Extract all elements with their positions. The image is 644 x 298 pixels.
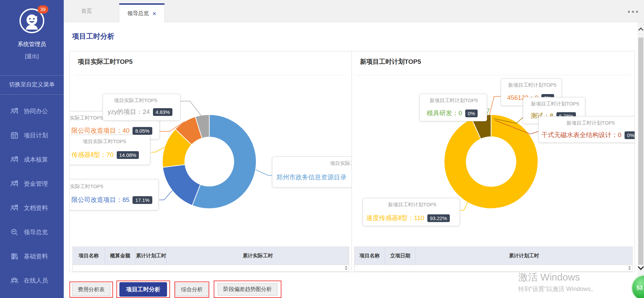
summary-table: 项目名称立项日期累计计划工时	[354, 247, 633, 272]
table-header-cell: 累计计划工时	[136, 247, 167, 265]
project-hours-analysis-button[interactable]: 项目工时分析	[119, 282, 167, 297]
table-empty-row	[355, 265, 632, 271]
more-menu-icon[interactable]	[628, 11, 638, 13]
sidebar-item-label: 领导总览	[24, 228, 48, 236]
table-header-cell: 累计计划工时	[416, 247, 632, 265]
tooltip-connector-line	[159, 190, 172, 200]
sidebar-item-label: 协同办公	[24, 107, 48, 115]
sidebar-item-base-data[interactable]: 基础资料	[0, 244, 64, 268]
tooltip-item-value: 模具研发：0	[427, 109, 462, 118]
sidebar-divider	[0, 94, 64, 95]
chart-tooltip: 项目实际工时TOP5 郑州市政务信息资源目录	[272, 157, 352, 187]
annotation-rect: 费用分析表	[69, 282, 113, 298]
panel-actual-hours-top5: 项目实际工时TOP5 项目实际工时TOP5 限公司改造项目：40 8.05% 项…	[70, 51, 352, 272]
chart-tooltip: 项目实际工时TOP5 限公司改造项目：85 17.1%	[70, 179, 159, 210]
tooltip-connector-line	[151, 147, 165, 152]
annotation-rect: 阶段偏差趋势图分析	[214, 281, 281, 298]
comprehensive-analysis-button[interactable]: 综合分析	[175, 284, 208, 296]
tooltip-series-title: 项目实际工时TOP5	[70, 115, 103, 121]
chart-tooltip: 项目实际工时TOP5 传感器Ⅱ型：70 14.08%	[70, 135, 150, 165]
sidebar: 39 系统管理员 [退出] 切换至自定义菜单 协同办公项目计划成本核算资金管理文…	[0, 0, 64, 298]
tooltip-series-title: 项目实际工时TOP5	[70, 183, 103, 190]
chart-tooltip: 新项目工时计划TOP5 速度传感器Ⅱ型：110 93.22%	[363, 198, 460, 226]
tooltip-item-value: 速度传感器Ⅱ型：110	[366, 214, 424, 222]
tooltip-percent-badge: 93.22%	[427, 214, 450, 222]
sidebar-item-funds[interactable]: 资金管理	[0, 172, 64, 196]
floating-counter-value: 53	[637, 285, 643, 291]
tooltip-percent-badge: 17.1%	[132, 196, 152, 204]
scrollbar-thumb[interactable]	[638, 38, 643, 265]
summary-table: 项目名称概算金额累计计划工时累计实际工时	[72, 247, 349, 272]
sidebar-item-cost[interactable]: 成本核算	[0, 147, 64, 172]
calendar-icon	[10, 131, 19, 140]
tooltip-percent-badge: 8.05%	[132, 127, 152, 135]
table-header-cell: 项目名称	[355, 247, 385, 265]
table-empty-row	[73, 265, 349, 271]
overview-icon	[10, 228, 19, 237]
tooltip-percent-badge: 14.08%	[117, 151, 139, 159]
table-scroll-spinner[interactable]	[344, 266, 348, 270]
sidebar-item-label: 项目计划	[24, 131, 48, 139]
tooltip-series-title: 新项目工时计划TOP5	[430, 97, 478, 104]
table-header-cell: 立项日期	[385, 247, 416, 265]
cost-icon	[10, 155, 19, 164]
table-header-cell: 项目名称	[73, 247, 105, 265]
charts-container: 项目实际工时TOP5 项目实际工时TOP5 限公司改造项目：40 8.05% 项…	[69, 51, 635, 272]
chart-tooltip: 项目实际工时TOP5 yzy的项目：24 4.83%	[103, 94, 180, 121]
tooltip-percent-badge: 0%	[625, 131, 635, 139]
switch-custom-menu-link[interactable]: 切换至自定义菜单	[0, 81, 64, 88]
tooltip-item-value: 郑州市政务信息资源目录	[276, 173, 346, 182]
main-content: 项目工时分析 项目实际工时TOP5 项目实际工时TOP5 限公司改造项目：40 …	[64, 22, 644, 298]
chart-tooltip: 新项目工时计划TOP5 模具研发：0 0%	[419, 94, 487, 121]
username-label: 系统管理员	[0, 40, 64, 48]
sidebar-divider	[0, 75, 64, 76]
annotation-rect: 综合分析	[174, 282, 209, 298]
tooltip-series-title: 项目实际工时TOP5	[330, 160, 352, 167]
table-scroll-spinner[interactable]	[628, 266, 631, 270]
sidebar-item-label: 成本核算	[24, 156, 48, 164]
logout-link[interactable]: [退出]	[0, 53, 64, 60]
cost-analysis-table-button[interactable]: 费用分析表	[72, 284, 110, 296]
tab-label: 领导总览	[127, 10, 149, 17]
tooltip-connector-line	[460, 202, 468, 210]
tooltip-series-title: 项目实际工时TOP5	[114, 97, 157, 104]
tooltip-item-value: 干式无磁水表全结构设计：0	[541, 131, 622, 139]
table-header-cell: 累计实际工时	[167, 247, 349, 265]
tooltip-series-title: 新项目工时计划TOP5	[567, 120, 615, 126]
tab-home[interactable]: 首页	[64, 0, 109, 22]
tooltip-series-title: 新项目工时计划TOP5	[531, 101, 579, 107]
donut-chart[interactable]	[352, 51, 635, 272]
tooltip-connector-line	[256, 170, 273, 175]
document-icon	[10, 204, 19, 212]
tooltip-item-value: 传感器Ⅱ型：70	[71, 151, 114, 159]
table-header-row: 项目名称立项日期累计计划工时	[355, 247, 632, 265]
notification-badge[interactable]: 39	[38, 5, 48, 13]
tooltip-item-value: 限公司改造项目：85	[71, 196, 129, 204]
tooltip-item-value: yzy的项目：24	[108, 108, 150, 116]
panel-new-project-plan-top5: 新项目工时计划TOP5 新项目工时计划TOP5 模具研发：0 0% 新项目工时计…	[352, 51, 635, 272]
tooltip-series-title: 项目实际工时TOP5	[83, 138, 126, 145]
close-icon[interactable]: ✕	[152, 11, 157, 17]
sidebar-item-label: 基础资料	[24, 252, 48, 260]
tooltip-series-title: 新项目工时计划TOP5	[508, 82, 556, 88]
tooltip-connector-line	[489, 96, 501, 115]
sidebar-item-online-users[interactable]: 在线人员	[0, 268, 64, 293]
sidebar-item-document[interactable]: 文档资料	[0, 196, 64, 220]
sidebar-item-label: 在线人员	[24, 276, 48, 285]
donut-slice[interactable]	[163, 165, 200, 205]
table-header-row: 项目名称概算金额累计计划工时累计实际工时	[73, 247, 349, 265]
sidebar-item-label: 文档资料	[24, 204, 48, 212]
base-data-icon	[10, 252, 19, 261]
sidebar-menu: 协同办公项目计划成本核算资金管理文档资料领导总览基础资料在线人员	[0, 99, 64, 293]
online-users-icon	[10, 276, 19, 285]
sidebar-item-collaboration[interactable]: 协同办公	[0, 99, 64, 123]
sidebar-item-calendar[interactable]: 项目计划	[0, 123, 64, 147]
tooltip-item-value: 限公司改造项目：40	[71, 126, 129, 135]
sidebar-item-overview[interactable]: 领导总览	[0, 220, 64, 244]
chart-tooltip: 新项目工时计划TOP5 干式无磁水表全结构设计：0 0%	[538, 116, 635, 143]
annotation-rect: 项目工时分析	[116, 281, 170, 298]
tooltip-percent-badge: 0%	[465, 110, 478, 117]
sidebar-item-label: 资金管理	[24, 180, 48, 188]
stage-deviation-trend-button[interactable]: 阶段偏差趋势图分析	[218, 283, 277, 296]
tab-leader-overview[interactable]: 领导总览 ✕	[119, 3, 165, 23]
